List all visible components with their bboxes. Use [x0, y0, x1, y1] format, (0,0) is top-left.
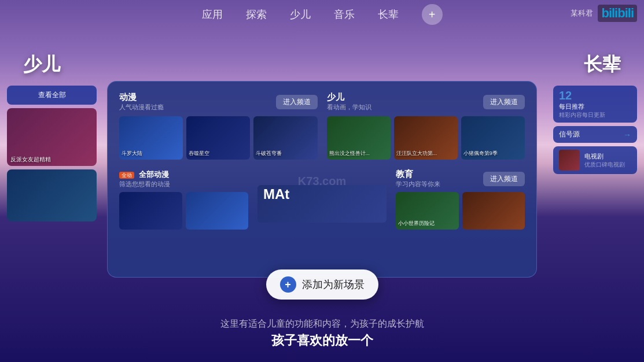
anime-thumb-grid: 斗罗大陆 吞噬星空 斗破苍穹番: [119, 116, 318, 160]
children-thumb-1-label: 熊出没之怪兽计...: [329, 150, 370, 157]
children-thumb-3-label: 小猪佩奇第9季: [463, 150, 498, 157]
education-thumb-2[interactable]: [462, 192, 525, 230]
all-anime-thumb-2[interactable]: [186, 192, 249, 230]
bottom-title: 孩子喜欢的放一个: [0, 332, 644, 349]
signal-label: 信号源: [559, 130, 580, 139]
tv-label: 电视剧: [584, 152, 625, 161]
nav-music[interactable]: 音乐: [334, 8, 355, 21]
left-thumb-1-label: 反派女友超精精: [10, 156, 51, 164]
modal-section-children: 少儿 看动画，学知识 进入频道 熊出没之怪兽计... 汪汪队立大功第... 小猪…: [327, 92, 525, 160]
anime-thumb-1-label: 斗罗大陆: [122, 150, 142, 157]
all-anime-subtitle: 筛选您想看的动漫: [119, 180, 170, 189]
education-thumb-1[interactable]: 小小世界历险记: [396, 192, 459, 230]
signal-arrow-icon: →: [623, 130, 631, 139]
children-thumb-3[interactable]: 小猪佩奇第9季: [461, 116, 525, 160]
anime-thumb-3-label: 斗破苍穹番: [256, 150, 282, 157]
mat-text: MAt: [263, 186, 289, 202]
education-thumb-grid: 小小世界历险记: [396, 192, 525, 230]
bilibili-logo: bilibili: [598, 5, 637, 22]
modal-row-1: 动漫 人气动漫看过瘾 进入频道 斗罗大陆 吞噬星空 斗破苍穹番: [119, 92, 525, 160]
anime-thumb-3[interactable]: 斗破苍穹番: [253, 116, 317, 160]
all-anime-header: 全动 全部动漫 筛选您想看的动漫: [119, 169, 248, 189]
date-number: 12: [559, 89, 631, 102]
nav-elder[interactable]: 长辈: [378, 8, 399, 21]
left-thumb-1[interactable]: 反派女友超精精: [7, 108, 97, 166]
all-anime-tag: 全动: [119, 172, 134, 179]
anime-subtitle: 人气动漫看过瘾: [119, 103, 164, 112]
nav-add-button[interactable]: +: [422, 4, 443, 25]
children-thumb-1[interactable]: 熊出没之怪兽计...: [327, 116, 391, 160]
children-thumb-2[interactable]: 汪汪队立大功第...: [394, 116, 458, 160]
anime-thumb-1[interactable]: 斗罗大陆: [119, 116, 183, 160]
context-plus-icon: +: [280, 276, 296, 293]
modal-section-middle: MAt: [257, 169, 387, 230]
anime-title: 动漫: [119, 92, 164, 103]
anime-title-group: 动漫 人气动漫看过瘾: [119, 92, 164, 112]
anime-thumb-2[interactable]: 吞噬星空: [186, 116, 250, 160]
children-header: 少儿 看动画，学知识 进入频道: [327, 92, 525, 112]
education-header: 教育 学习内容等你来 进入频道: [396, 169, 525, 189]
context-menu[interactable]: + 添加为新场景: [266, 269, 378, 300]
left-panel: 查看全部 反派女友超精精: [7, 86, 97, 221]
section-label-elder: 长辈: [584, 52, 621, 77]
modal-row-2: 全动 全部动漫 筛选您想看的动漫 MAt 教育: [119, 169, 525, 230]
all-anime-title-group: 全动 全部动漫 筛选您想看的动漫: [119, 169, 170, 189]
left-thumb-2[interactable]: [7, 169, 97, 221]
modal-section-anime: 动漫 人气动漫看过瘾 进入频道 斗罗大陆 吞噬星空 斗破苍穹番: [119, 92, 318, 160]
middle-thumb[interactable]: MAt: [257, 185, 387, 223]
tv-info: 电视剧 优质口碑电视剧: [584, 152, 625, 169]
children-enter-button[interactable]: 进入频道: [483, 95, 525, 109]
education-subtitle: 学习内容等你来: [396, 180, 440, 189]
all-anime-title: 全部动漫: [139, 170, 169, 179]
top-right-branding: 某科君 bilibili: [571, 5, 637, 22]
anime-enter-button[interactable]: 进入频道: [276, 95, 318, 109]
children-title: 少儿: [327, 92, 371, 103]
date-box[interactable]: 12 每日推荐 精彩内容每日更新: [553, 86, 637, 123]
children-title-group: 少儿 看动画，学知识: [327, 92, 371, 112]
right-panel: 12 每日推荐 精彩内容每日更新 信号源 → 电视剧 优质口碑电视剧: [553, 86, 637, 174]
children-thumb-2-label: 汪汪队立大功第...: [396, 150, 437, 157]
nav-children[interactable]: 少儿: [290, 8, 311, 21]
bottom-description: 这里有适合儿童的功能和内容，为孩子的成长护航: [0, 318, 644, 330]
education-title-group: 教育 学习内容等你来: [396, 169, 440, 189]
anime-header: 动漫 人气动漫看过瘾 进入频道: [119, 92, 318, 112]
modal-section-education: 教育 学习内容等你来 进入频道 小小世界历险记: [396, 169, 525, 230]
main-modal: 动漫 人气动漫看过瘾 进入频道 斗罗大陆 吞噬星空 斗破苍穹番: [107, 81, 537, 278]
signal-box[interactable]: 信号源 →: [553, 126, 637, 143]
education-title: 教育: [396, 169, 440, 180]
tv-sub: 优质口碑电视剧: [584, 161, 625, 169]
top-nav: 应用 探索 少儿 音乐 长辈 +: [0, 0, 644, 29]
date-label: 每日推荐: [559, 102, 631, 111]
modal-section-all-anime: 全动 全部动漫 筛选您想看的动漫: [119, 169, 248, 230]
all-anime-thumb-1[interactable]: [119, 192, 182, 230]
all-anime-thumb-grid: [119, 192, 248, 230]
context-menu-label: 添加为新场景: [302, 278, 365, 291]
anime-thumb-2-label: 吞噬星空: [189, 150, 209, 157]
date-sub: 精彩内容每日更新: [559, 111, 631, 119]
education-enter-button[interactable]: 进入频道: [483, 172, 525, 186]
tv-thumbnail: [559, 150, 580, 171]
section-label-children: 少儿: [23, 52, 60, 77]
education-thumb-1-label: 小小世界历险记: [398, 220, 435, 227]
view-all-button[interactable]: 查看全部: [7, 86, 97, 105]
username-label: 某科君: [571, 8, 593, 19]
children-subtitle: 看动画，学知识: [327, 103, 371, 112]
nav-apps[interactable]: 应用: [202, 8, 223, 21]
nav-explore[interactable]: 探索: [246, 8, 267, 21]
tv-box[interactable]: 电视剧 优质口碑电视剧: [553, 146, 637, 174]
children-thumb-grid: 熊出没之怪兽计... 汪汪队立大功第... 小猪佩奇第9季: [327, 116, 525, 160]
